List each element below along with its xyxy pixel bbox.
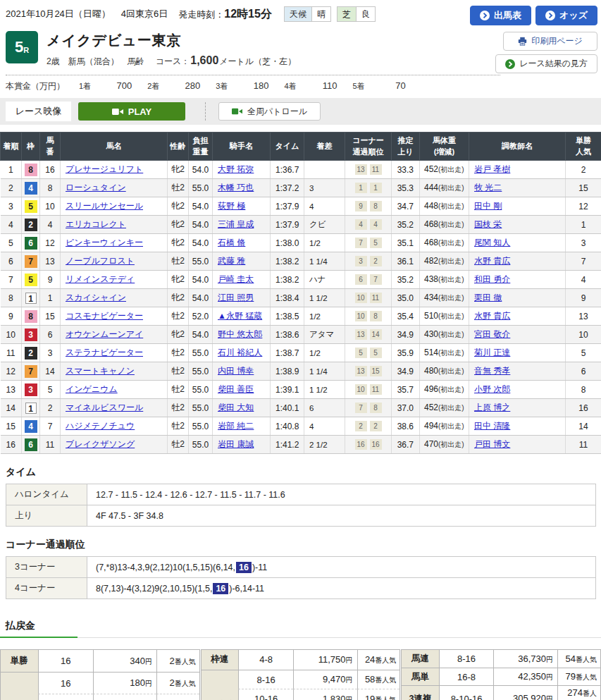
horse-name-link[interactable]: ローシュタイン (66, 183, 126, 192)
horse-number: 3 (40, 344, 61, 362)
trainer-link[interactable]: 岩戸 孝樹 (474, 164, 510, 174)
last-3f-time: 33.3 (392, 161, 420, 179)
horse-number: 1 (40, 289, 61, 307)
horse-name-link[interactable]: リメインステディ (66, 274, 135, 284)
win-popularity: 15 (566, 179, 601, 197)
carried-weight: 54.0 (189, 216, 213, 234)
trainer-link[interactable]: 音無 秀孝 (474, 366, 510, 376)
payout-popularity: 24番人気 (357, 650, 400, 670)
time-row: 上り4F 47.5 - 3F 34.8 (6, 505, 596, 527)
horse-name-link[interactable]: マイネルビスワール (66, 403, 143, 412)
frame-number-badge: 8 (25, 164, 37, 176)
horse-name-link[interactable]: ノーブルフロスト (66, 256, 135, 266)
payout-amount: 36,730円 (493, 650, 557, 668)
result-row: 1816プレサージュリフト牝254.0大野 拓弥1:36.7131133.345… (1, 161, 601, 179)
jockey-link[interactable]: 武藤 雅 (218, 256, 245, 266)
trainer-link[interactable]: 和田 勇介 (474, 274, 510, 284)
horse-name-link[interactable]: ハジメテノチュウ (66, 421, 135, 431)
result-guide-button[interactable]: レース結果の見方 (495, 54, 597, 73)
finish-position: 2 (1, 179, 22, 197)
meeting-info: 4回東京6日 (121, 8, 168, 20)
trainer-link[interactable]: 戸田 博文 (474, 439, 510, 449)
horse-name-link[interactable]: スリールサンセール (66, 201, 143, 211)
jockey-link[interactable]: 岩田 康誠 (218, 439, 254, 449)
divider (205, 102, 206, 121)
trainer-link[interactable]: 尾関 知人 (474, 238, 510, 247)
horse-number: 7 (40, 417, 61, 436)
carried-weight: 54.0 (189, 271, 213, 289)
jockey-link[interactable]: 柴田 善臣 (218, 384, 254, 394)
trainer-link[interactable]: 栗田 徹 (474, 293, 502, 302)
patrol-video-button[interactable]: 全周パトロール (218, 102, 321, 121)
jockey-link[interactable]: 石橋 脩 (218, 238, 245, 247)
payout-section: 払戻金 (0, 619, 601, 638)
jockey-link[interactable]: 木幡 巧也 (218, 183, 254, 192)
payout-amount: 11,750円 (293, 650, 357, 670)
trainer-link[interactable]: 水野 貴広 (474, 256, 510, 266)
sex-age: 牝2 (168, 271, 189, 289)
horse-name-link[interactable]: ブレイクザソング (66, 439, 135, 449)
horse-name-link[interactable]: コスモナビゲーター (66, 311, 143, 321)
horse-name-link[interactable]: スカイシャイン (66, 293, 126, 302)
horse-name-link[interactable]: ピンキーウィンキー (66, 238, 143, 247)
margin: 1 1/2 (304, 381, 345, 399)
frame-number-badge: 6 (25, 237, 37, 250)
column-header: 調教師名 (469, 133, 566, 161)
win-popularity: 13 (566, 307, 601, 326)
carried-weight: 55.0 (189, 436, 213, 454)
jockey-link[interactable]: ▲永野 猛蔵 (218, 311, 262, 321)
horse-name-link[interactable]: スマートキャノン (66, 366, 135, 376)
trainer-link[interactable]: 田中 清隆 (474, 421, 510, 431)
popularity-suffix: 番人気 (583, 689, 597, 700)
column-header: 騎手名 (213, 133, 271, 161)
print-page-button[interactable]: 印刷用ページ (503, 32, 597, 51)
trainer-link[interactable]: 水野 貴広 (474, 311, 510, 321)
jockey-link[interactable]: 三浦 皇成 (218, 219, 254, 229)
horse-name-link[interactable]: インゲニウム (66, 384, 118, 394)
horse-name-link[interactable]: エリカコレクト (66, 219, 126, 229)
payout-row: 馬単16-842,350円79番人気 (402, 668, 600, 685)
trainer-link[interactable]: 菊川 正達 (474, 348, 510, 357)
play-button[interactable]: PLAY (78, 102, 185, 121)
horse-name-link[interactable]: ステラナビゲーター (66, 348, 143, 357)
jockey-link[interactable]: 石川 裕紀人 (218, 348, 262, 357)
jockey-link[interactable]: 大野 拓弥 (218, 164, 254, 174)
sex-age: 牝2 (168, 216, 189, 234)
frame-number-badge: 5 (25, 200, 37, 213)
corner-pos-badge: 7 (355, 403, 367, 413)
horse-name-link[interactable]: オウケンムーンアイ (66, 329, 143, 339)
carried-weight: 55.0 (189, 381, 213, 399)
result-row: 1547ハジメテノチュウ牡255.0岩部 純二1:40.842238.6494(… (1, 417, 601, 436)
jockey-link[interactable]: 荻野 極 (218, 201, 245, 211)
frame-number-badge: 3 (25, 383, 37, 396)
jockey-link[interactable]: 岩部 純二 (218, 421, 254, 431)
horse-weight-note: (初出走) (438, 441, 464, 448)
result-row: 424エリカコレクト牝254.0三浦 皇成1:37.9クビ4435.2468(初… (1, 216, 601, 234)
horse-name-link[interactable]: プレサージュリフト (66, 164, 143, 174)
time-row-value: 12.7 - 11.5 - 12.4 - 12.6 - 12.7 - 11.5 … (87, 484, 596, 505)
popularity-suffix: 番人気 (375, 696, 396, 700)
finish-position: 10 (1, 326, 22, 344)
jockey-link[interactable]: 野中 悠太郎 (218, 329, 262, 339)
popularity-suffix: 番人気 (576, 656, 597, 663)
finish-time: 1:38.6 (271, 326, 304, 344)
jockey-link[interactable]: 江田 照男 (218, 293, 254, 302)
yen-suffix: 円 (145, 658, 152, 665)
trainer-link[interactable]: 田中 剛 (474, 201, 502, 211)
jockey-link[interactable]: 戸崎 圭太 (218, 274, 254, 284)
trainer-link[interactable]: 国枝 栄 (474, 219, 502, 229)
trainer-link[interactable]: 小野 次郎 (474, 384, 510, 394)
trainer-link[interactable]: 牧 光二 (474, 183, 502, 192)
entry-table-button[interactable]: 出馬表 (470, 6, 531, 25)
finish-time: 1:38.5 (271, 307, 304, 326)
trainer-link[interactable]: 宮田 敬介 (474, 329, 510, 339)
horse-weight: 452(初出走) (420, 161, 469, 179)
odds-button[interactable]: オッズ (535, 6, 597, 25)
jockey-link[interactable]: 柴田 大知 (218, 403, 254, 412)
frame-number-badge: 5 (25, 274, 37, 286)
trainer-link[interactable]: 上原 博之 (474, 403, 510, 412)
horse-weight-note: (初出走) (438, 349, 464, 357)
payout-popularity: 2番人気 (156, 650, 199, 672)
yen-suffix: 円 (346, 676, 353, 684)
jockey-link[interactable]: 内田 博幸 (218, 366, 254, 376)
